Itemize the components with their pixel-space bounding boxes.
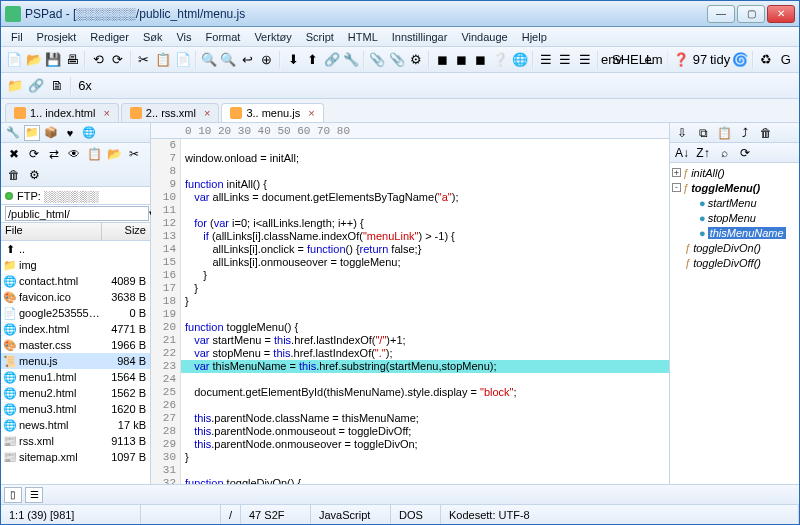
tool-btn-17[interactable]: ⬇ [284,50,302,70]
tool-btn-13[interactable]: 🔍 [219,50,237,70]
file-row[interactable]: 📰sitemap.xml1097 B [1,449,150,465]
tool-btn-45[interactable]: ♻ [757,50,775,70]
file-row[interactable]: 🌐contact.html4089 B [1,273,150,289]
tool-btn-9[interactable]: 📋 [154,50,172,70]
left-tab-fav[interactable]: ♥ [62,125,78,141]
left-tab-project[interactable]: 📦 [43,125,59,141]
tool2-btn-0[interactable]: 📁 [5,76,25,96]
explorer-tb2-btn-1[interactable]: Z↑ [694,144,712,162]
file-row[interactable]: 🌐index.html4771 B [1,321,150,337]
maximize-button[interactable]: ▢ [737,5,765,23]
file-row[interactable]: 🌐news.html17 kB [1,417,150,433]
file-row[interactable]: 📰rss.xml9113 B [1,433,150,449]
doc-tab-2[interactable]: 3.. menu.js× [221,103,323,122]
doc-tab-close-icon[interactable]: × [103,107,109,119]
tool2-btn-2[interactable]: 🗎 [47,76,67,96]
tool-btn-27[interactable]: ◼ [452,50,470,70]
copy-icon[interactable]: 📋 [85,145,103,163]
tool-btn-23[interactable]: 📎 [388,50,406,70]
code[interactable]: window.onload = initAll;function initAll… [181,139,669,484]
left-tab-tools[interactable]: 🔧 [5,125,21,141]
tool-btn-8[interactable]: ✂ [135,50,153,70]
menu-vindauge[interactable]: Vindauge [455,29,513,45]
tool-btn-24[interactable]: ⚙ [407,50,425,70]
menu-format[interactable]: Format [200,29,247,45]
menu-verktøy[interactable]: Verktøy [248,29,297,45]
explorer-tb2-btn-3[interactable]: ⟳ [736,144,754,162]
tool-btn-29[interactable]: ❔ [491,50,509,70]
file-header-name[interactable]: File [1,223,102,240]
tool-btn-18[interactable]: ⬆ [303,50,321,70]
path-input[interactable] [5,206,149,221]
code-area[interactable]: 6789101112131415161718192021222324252627… [151,139,669,484]
tool-btn-19[interactable]: 🔗 [323,50,341,70]
left-tab-files[interactable]: 📁 [24,125,40,141]
file-row[interactable]: 📁img [1,257,150,273]
tool2-btn-1[interactable]: 🔗 [26,76,46,96]
tool-btn-42[interactable]: tidy [710,50,730,70]
doc-tab-0[interactable]: 1.. index.html× [5,103,119,122]
folder-open-icon[interactable]: 📂 [105,145,123,163]
menu-hjelp[interactable]: Hjelp [516,29,553,45]
file-list[interactable]: ⬆..📁img🌐contact.html4089 B🎨favicon.ico36… [1,241,150,484]
tool-btn-43[interactable]: 🌀 [731,50,749,70]
tool-btn-15[interactable]: ⊕ [258,50,276,70]
menu-søk[interactable]: Søk [137,29,169,45]
explorer-tb1-btn-0[interactable]: ⇩ [673,124,691,142]
file-row[interactable]: 🌐menu3.html1620 B [1,401,150,417]
explorer-tb2-btn-0[interactable]: A↓ [673,144,691,162]
tool-btn-38[interactable]: em [644,50,664,70]
minimize-button[interactable]: — [707,5,735,23]
tool-btn-28[interactable]: ◼ [472,50,490,70]
left-tab-ftp[interactable]: 🌐 [81,125,97,141]
bottom-tab-1[interactable]: ▯ [4,487,22,503]
tool-btn-22[interactable]: 📎 [368,50,386,70]
tool-btn-41[interactable]: 97 [691,50,709,70]
refresh-icon[interactable]: ⟳ [25,145,43,163]
doc-tab-1[interactable]: 2.. rss.xml× [121,103,220,122]
tree-expander-icon[interactable]: + [672,168,681,177]
file-row[interactable]: ⬆.. [1,241,150,257]
tool-btn-34[interactable]: ☰ [575,50,593,70]
file-row[interactable]: 📄google2535553a2...0 B [1,305,150,321]
menu-prosjekt[interactable]: Prosjekt [31,29,83,45]
menu-rediger[interactable]: Rediger [84,29,135,45]
bottom-tab-2[interactable]: ☰ [25,487,43,503]
cut-icon[interactable]: ✂ [125,145,143,163]
menu-innstillingar[interactable]: Innstillingar [386,29,454,45]
tool-btn-14[interactable]: ↩ [238,50,256,70]
tool-btn-12[interactable]: 🔍 [200,50,218,70]
explorer-tb1-btn-2[interactable]: 📋 [715,124,733,142]
disconnect-icon[interactable]: ✖ [5,145,23,163]
tool-btn-30[interactable]: 🌐 [511,50,529,70]
tool-btn-40[interactable]: ❓ [671,50,689,70]
tool-btn-10[interactable]: 📄 [174,50,192,70]
tree-node[interactable]: -ƒtoggleMenu() [672,180,797,195]
tree-expander-icon[interactable]: - [672,183,681,192]
tool-btn-37[interactable]: SHELL [623,50,643,70]
tool-btn-1[interactable]: 📂 [24,50,42,70]
tool2-btn-4[interactable]: 6x [75,76,95,96]
tree-node[interactable]: ●thisMenuName [672,225,797,240]
file-row[interactable]: 🎨master.css1966 B [1,337,150,353]
menu-vis[interactable]: Vis [170,29,197,45]
tree-node[interactable]: +ƒinitAll() [672,165,797,180]
explorer-tb1-btn-4[interactable]: 🗑 [757,124,775,142]
tree-node[interactable]: ƒtoggleDivOff() [672,255,797,270]
menu-fil[interactable]: Fil [5,29,29,45]
tool-btn-0[interactable]: 📄 [5,50,23,70]
tool-btn-32[interactable]: ☰ [537,50,555,70]
trash-icon[interactable]: 🗑 [5,166,23,184]
close-button[interactable]: ✕ [767,5,795,23]
tool-btn-33[interactable]: ☰ [556,50,574,70]
doc-tab-close-icon[interactable]: × [204,107,210,119]
tree-node[interactable]: ●startMenu [672,195,797,210]
eye-icon[interactable]: 👁 [65,145,83,163]
gear-icon[interactable]: ⚙ [25,166,43,184]
explorer-tb1-btn-3[interactable]: ⤴ [736,124,754,142]
menu-script[interactable]: Script [300,29,340,45]
file-row[interactable]: 📜menu.js984 B [1,353,150,369]
tree-node[interactable]: ƒtoggleDivOn() [672,240,797,255]
explorer-tb1-btn-1[interactable]: ⧉ [694,124,712,142]
tree-node[interactable]: ●stopMenu [672,210,797,225]
